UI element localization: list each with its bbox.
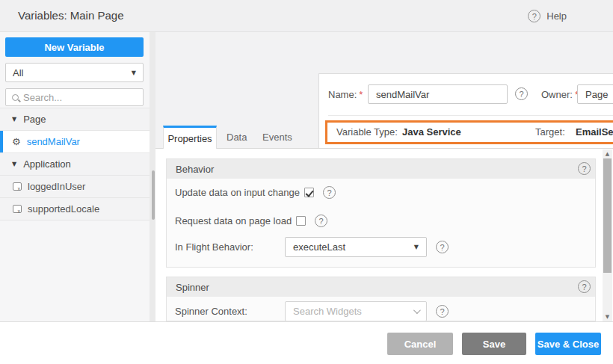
variables-dialog: Variables: Main Page ? Help New Variable… — [0, 0, 613, 364]
help-button[interactable]: ? Help — [528, 10, 567, 22]
required-marker: * — [359, 89, 363, 100]
tree-item-supportedlocale[interactable]: supportedLocale — [0, 198, 150, 220]
variables-sidebar: New Variable All ▼ ▼ Page ⚙ sendMailVar … — [0, 32, 150, 321]
search-icon — [12, 94, 19, 101]
selected-indicator — [0, 131, 3, 152]
tree-group-page[interactable]: ▼ Page — [0, 108, 150, 131]
properties-scrollbar[interactable]: ▲ ▼ — [603, 149, 612, 321]
section-title: Spinner — [176, 282, 209, 293]
save-button[interactable]: Save — [462, 333, 526, 355]
save-close-button[interactable]: Save & Close — [535, 333, 601, 355]
update-on-input-help-icon[interactable]: ? — [323, 186, 336, 199]
help-icon: ? — [528, 10, 540, 22]
spinner-context-row: Spinner Context: Search Widgets ? — [175, 301, 449, 321]
spinner-section: Spinner ? Spinner Context: Search Widget… — [166, 277, 596, 321]
spinner-context-help-icon[interactable]: ? — [436, 305, 449, 318]
chevron-down-icon — [413, 306, 421, 314]
scroll-down-icon[interactable]: ▼ — [603, 312, 612, 321]
tree-item-loggedinuser[interactable]: loggedInUser — [0, 176, 150, 198]
behavior-help-icon[interactable]: ? — [578, 162, 591, 175]
name-help-icon[interactable]: ? — [515, 87, 528, 100]
request-on-load-checkbox[interactable] — [296, 216, 306, 226]
tree-group-application[interactable]: ▼ Application — [0, 153, 150, 176]
variable-icon — [13, 205, 22, 213]
in-flight-label: In Flight Behavior: — [175, 241, 276, 253]
spinner-help-icon[interactable]: ? — [578, 280, 591, 293]
behavior-section-header: Behavior ? — [167, 159, 595, 179]
spinner-context-label: Spinner Context: — [175, 306, 276, 317]
update-on-input-row: Update data on input change ? — [175, 186, 336, 199]
owner-select[interactable]: Page ▼ — [577, 84, 613, 104]
new-variable-button[interactable]: New Variable — [5, 37, 144, 57]
request-on-load-row: Request data on page load ? — [175, 215, 327, 227]
chevron-down-icon: ▼ — [132, 70, 136, 76]
request-on-load-help-icon[interactable]: ? — [315, 215, 327, 227]
scrollbar-thumb[interactable] — [603, 158, 612, 273]
variable-filter-value: All — [13, 67, 23, 78]
search-input[interactable] — [23, 92, 128, 103]
in-flight-value: executeLast — [293, 241, 345, 253]
spinner-context-placeholder: Search Widgets — [293, 306, 362, 317]
variables-tree: ▼ Page ⚙ sendMailVar ▼ Application logge… — [0, 108, 150, 220]
tree-item-label: sendMailVar — [27, 136, 80, 147]
tab-properties[interactable]: Properties — [163, 126, 217, 149]
tab-data[interactable]: Data — [227, 126, 247, 149]
tree-group-label: Page — [23, 114, 46, 125]
in-flight-select[interactable]: executeLast ▼ — [285, 237, 427, 257]
gear-icon: ⚙ — [12, 137, 21, 146]
behavior-section: Behavior ? Update data on input change ?… — [166, 158, 596, 268]
name-field[interactable] — [368, 84, 508, 104]
variable-filter-select[interactable]: All ▼ — [5, 63, 144, 82]
tree-item-sendmailvar[interactable]: ⚙ sendMailVar — [0, 131, 150, 153]
page-title: Variables: Main Page — [18, 9, 123, 22]
name-label: Name:* — [328, 89, 363, 100]
caret-down-icon[interactable]: ▼ — [12, 161, 16, 167]
caret-down-icon[interactable]: ▼ — [12, 116, 16, 123]
spinner-context-select[interactable]: Search Widgets — [285, 301, 427, 321]
update-on-input-label: Update data on input change — [175, 187, 300, 198]
variable-search-box[interactable] — [5, 88, 144, 106]
spinner-section-header: Spinner ? — [167, 277, 595, 297]
variable-icon — [13, 182, 22, 191]
section-title: Behavior — [176, 164, 214, 175]
dialog-footer: Cancel Save Save & Close — [0, 321, 613, 364]
detail-tabs: Properties Data Events — [155, 126, 613, 149]
scroll-up-icon[interactable]: ▲ — [603, 149, 612, 158]
sidebar-scrollbar-thumb[interactable] — [152, 170, 155, 220]
card-divider — [328, 115, 613, 116]
help-label: Help — [546, 10, 567, 22]
owner-label: Owner:* — [541, 89, 579, 100]
in-flight-row: In Flight Behavior: executeLast ▼ ? — [175, 237, 449, 257]
tab-events[interactable]: Events — [262, 126, 292, 149]
chevron-down-icon: ▼ — [414, 244, 419, 250]
cancel-button[interactable]: Cancel — [387, 333, 453, 355]
owner-value: Page — [585, 89, 608, 100]
request-on-load-label: Request data on page load — [175, 215, 292, 226]
update-on-input-checkbox[interactable] — [304, 188, 314, 197]
title-bar: Variables: Main Page ? Help — [0, 0, 613, 32]
tree-item-label: supportedLocale — [28, 203, 99, 215]
tab-label: Properties — [167, 133, 212, 144]
tree-item-label: loggedInUser — [28, 181, 85, 192]
in-flight-help-icon[interactable]: ? — [436, 241, 449, 253]
tree-group-label: Application — [23, 158, 71, 170]
